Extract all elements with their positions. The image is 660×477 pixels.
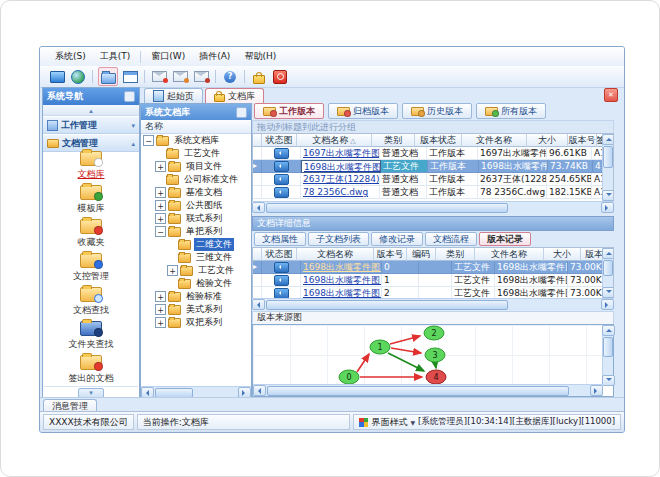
scroll-left-icon[interactable] xyxy=(252,202,265,213)
column-header[interactable]: 大小 xyxy=(544,248,581,261)
column-header[interactable]: 类别 xyxy=(436,248,475,261)
sidebar-item-doc-library[interactable]: 文档库 xyxy=(44,149,138,183)
column-header[interactable]: 状态图 xyxy=(262,134,297,147)
globe-icon[interactable] xyxy=(69,68,87,85)
table-row[interactable]: 78 2356C.dwg 普通文档 工作版本 78 2356C.dwg 182.… xyxy=(253,186,613,199)
tree-node[interactable]: 检验标准 xyxy=(141,290,251,303)
graph-node-2[interactable]: 2 xyxy=(424,326,444,340)
collapse-icon[interactable] xyxy=(143,135,154,146)
graph-node-1[interactable]: 1 xyxy=(370,340,390,354)
lock-icon[interactable] xyxy=(250,68,268,85)
table-row-selected[interactable]: 1698出水嘴零件图.dwg 0 工艺文件 1698出水嘴零件图.dwg 73.… xyxy=(253,261,613,274)
column-header[interactable]: 文件名称 xyxy=(475,248,544,261)
table-vertical-scrollbar[interactable] xyxy=(602,248,613,298)
scroll-thumb[interactable] xyxy=(266,203,508,213)
graph-node-0[interactable]: 0 xyxy=(339,370,359,384)
expand-icon[interactable] xyxy=(155,291,166,302)
doc-name-link[interactable]: 78 2356C.dwg xyxy=(303,186,368,198)
sidebar-item-template-library[interactable]: 模板库 xyxy=(44,183,138,217)
expand-icon[interactable] xyxy=(155,317,166,328)
scroll-up-icon[interactable] xyxy=(602,134,615,145)
column-header[interactable]: 版本号 xyxy=(568,134,597,147)
table-row-selected[interactable]: 1698出水嘴零件图.dwg 工艺文件 工作版本 1698出水嘴零件图.dwg … xyxy=(253,160,613,173)
desktop-icon[interactable] xyxy=(48,68,66,85)
table-horizontal-scrollbar[interactable] xyxy=(252,201,614,213)
interface-style-dropdown[interactable]: 界面样式 [系统管理员][10:34:14][主数据库][lucky][1100… xyxy=(353,414,621,430)
pin-icon[interactable] xyxy=(236,107,247,118)
tree-node[interactable]: 单把系列 xyxy=(141,225,251,238)
tree-node[interactable]: 公共图纸 xyxy=(141,199,251,212)
tab-subdoc-list[interactable]: 子文档列表 xyxy=(308,232,369,246)
tab-version-records[interactable]: 版本记录 xyxy=(479,232,531,246)
sidebar-item-checked-out-docs[interactable]: 签出的文档 xyxy=(44,353,138,386)
tab-doc-properties[interactable]: 文档属性 xyxy=(254,232,306,246)
tree-node[interactable]: 工艺文件 xyxy=(141,147,251,160)
scroll-right-icon[interactable] xyxy=(590,385,603,396)
nav-collapse-handle[interactable] xyxy=(43,105,139,116)
tree-node[interactable]: 项目文件 xyxy=(141,160,251,173)
menu-help[interactable]: 帮助(H) xyxy=(237,48,283,65)
sidebar-item-folder-search[interactable]: 文件夹查找 xyxy=(44,319,138,353)
scroll-left-icon[interactable] xyxy=(252,299,265,310)
menu-window[interactable]: 窗口(W) xyxy=(144,48,192,65)
column-header[interactable]: 类别 xyxy=(372,134,415,147)
tab-doc-flow[interactable]: 文档流程 xyxy=(425,232,477,246)
scroll-up-icon[interactable] xyxy=(602,248,615,259)
tree-node-selected[interactable]: 二维文件 xyxy=(141,238,251,251)
help-icon[interactable] xyxy=(221,68,239,85)
scroll-down-icon[interactable] xyxy=(602,375,615,386)
collapse-icon[interactable] xyxy=(155,226,166,237)
scroll-thumb[interactable] xyxy=(266,300,508,310)
doc-name-link[interactable]: 1697出水嘴零件图.dwg xyxy=(303,147,380,159)
sidebar-item-doc-search[interactable]: 文档查找 xyxy=(44,285,138,319)
doc-name-link[interactable]: 1698出水嘴零件图.dwg xyxy=(303,261,382,273)
scroll-right-icon[interactable] xyxy=(601,202,614,213)
mail-new-icon[interactable] xyxy=(150,68,168,85)
table-row[interactable]: 2637王体(12284).dwg 普通文档 工作版本 2637王体(12284… xyxy=(253,173,613,186)
tree-node[interactable]: 三维文件 xyxy=(141,251,251,264)
expand-icon[interactable] xyxy=(155,161,166,172)
column-header-sorted[interactable]: 文档名称 xyxy=(297,134,372,147)
menu-system[interactable]: 系统(S) xyxy=(48,48,93,65)
tab-history-version[interactable]: 历史版本 xyxy=(402,103,472,119)
scroll-down-icon[interactable] xyxy=(602,287,615,298)
tree-node[interactable]: 工艺文件 xyxy=(141,264,251,277)
expand-icon[interactable] xyxy=(167,265,178,276)
graph-node-4[interactable]: 4 xyxy=(426,370,446,384)
expand-icon[interactable] xyxy=(155,213,166,224)
doc-name-link[interactable]: 2637王体(12284).dwg xyxy=(303,173,380,185)
column-header[interactable]: 版本状态 xyxy=(415,134,462,147)
mail-delete-icon[interactable] xyxy=(192,68,210,85)
doc-name-link[interactable]: 1698出水嘴零件图.dwg xyxy=(303,274,382,286)
doc-name-link[interactable]: 1698出水嘴零件图.dwg xyxy=(304,161,381,173)
tree-node[interactable]: 联式系列 xyxy=(141,212,251,225)
tab-modify-records[interactable]: 修改记录 xyxy=(371,232,423,246)
graph-node-3[interactable]: 3 xyxy=(425,348,445,362)
tree-column-header[interactable]: 名称 xyxy=(141,120,251,134)
scroll-thumb[interactable] xyxy=(603,146,613,168)
column-header[interactable]: 大小 xyxy=(527,134,568,147)
layout-icon[interactable] xyxy=(121,68,139,85)
group-by-bar[interactable]: 拖动列标题到此进行分组 xyxy=(252,120,614,134)
tab-start-page[interactable]: 起始页 xyxy=(144,88,203,103)
column-header[interactable]: 文档名称 xyxy=(297,248,374,261)
expand-icon[interactable] xyxy=(155,187,166,198)
scroll-thumb[interactable] xyxy=(603,337,613,357)
tab-all-versions[interactable]: 所有版本 xyxy=(476,103,546,119)
expand-icon[interactable] xyxy=(155,304,166,315)
tree-node[interactable]: 公司标准文件 xyxy=(141,173,251,186)
scroll-down-icon[interactable] xyxy=(602,190,615,201)
close-icon[interactable] xyxy=(604,88,618,102)
mail-reply-icon[interactable] xyxy=(171,68,189,85)
tree-node[interactable]: 美式系列 xyxy=(141,303,251,316)
graph-horizontal-scrollbar[interactable] xyxy=(253,384,603,396)
open-folder-icon[interactable] xyxy=(98,67,118,86)
tree-node[interactable]: 检验文件 xyxy=(141,277,251,290)
table-horizontal-scrollbar[interactable] xyxy=(252,298,614,310)
scroll-right-icon[interactable] xyxy=(601,299,614,310)
tree-node[interactable]: 双把系列 xyxy=(141,316,251,329)
sidebar-item-doc-control[interactable]: 文控管理 xyxy=(44,251,138,285)
power-icon[interactable] xyxy=(271,68,289,85)
tree-node-root[interactable]: 系统文档库 xyxy=(141,134,251,147)
tab-working-version[interactable]: 工作版本 xyxy=(254,103,324,119)
